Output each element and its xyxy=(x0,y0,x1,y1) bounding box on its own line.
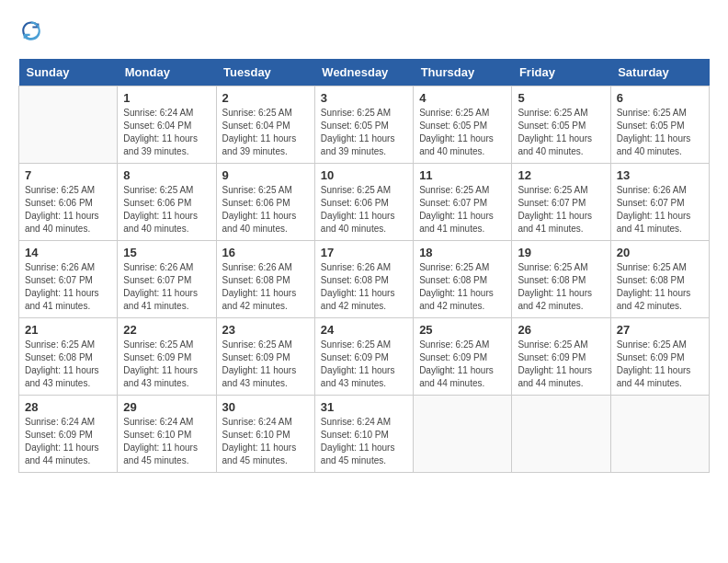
calendar-cell: 13Sunrise: 6:26 AM Sunset: 6:07 PM Dayli… xyxy=(610,164,709,241)
day-number: 14 xyxy=(25,246,111,259)
day-number: 23 xyxy=(222,323,309,337)
calendar-cell: 29Sunrise: 6:24 AM Sunset: 6:10 PM Dayli… xyxy=(118,396,216,473)
weekday-header-row: SundayMondayTuesdayWednesdayThursdayFrid… xyxy=(19,59,710,86)
calendar-cell: 8Sunrise: 6:25 AM Sunset: 6:06 PM Daylig… xyxy=(118,164,216,241)
day-number: 20 xyxy=(617,246,703,259)
day-info: Sunrise: 6:25 AM Sunset: 6:08 PM Dayligh… xyxy=(419,261,506,313)
day-info: Sunrise: 6:24 AM Sunset: 6:09 PM Dayligh… xyxy=(25,416,111,467)
calendar-cell: 30Sunrise: 6:24 AM Sunset: 6:10 PM Dayli… xyxy=(216,396,314,473)
calendar-cell: 26Sunrise: 6:25 AM Sunset: 6:09 PM Dayli… xyxy=(512,318,610,396)
day-info: Sunrise: 6:25 AM Sunset: 6:09 PM Dayligh… xyxy=(123,339,210,390)
day-number: 8 xyxy=(123,168,210,182)
calendar-cell: 15Sunrise: 6:26 AM Sunset: 6:07 PM Dayli… xyxy=(118,241,216,318)
day-number: 26 xyxy=(518,323,604,337)
day-number: 13 xyxy=(617,168,703,182)
day-number: 31 xyxy=(321,400,407,414)
day-number: 16 xyxy=(222,246,309,259)
calendar-table: SundayMondayTuesdayWednesdayThursdayFrid… xyxy=(18,59,710,473)
day-number: 3 xyxy=(321,91,407,105)
day-info: Sunrise: 6:25 AM Sunset: 6:04 PM Dayligh… xyxy=(222,107,309,158)
day-info: Sunrise: 6:26 AM Sunset: 6:08 PM Dayligh… xyxy=(222,261,309,313)
day-number: 25 xyxy=(419,323,506,337)
day-info: Sunrise: 6:24 AM Sunset: 6:04 PM Dayligh… xyxy=(123,107,210,158)
day-number: 17 xyxy=(321,246,407,259)
day-number: 19 xyxy=(518,246,604,259)
day-info: Sunrise: 6:24 AM Sunset: 6:10 PM Dayligh… xyxy=(123,416,210,467)
day-number: 21 xyxy=(25,323,111,337)
calendar-cell xyxy=(414,396,512,473)
calendar-cell xyxy=(610,396,709,473)
weekday-header-saturday: Saturday xyxy=(610,59,709,86)
calendar-week-row: 28Sunrise: 6:24 AM Sunset: 6:09 PM Dayli… xyxy=(19,396,710,473)
calendar-cell: 7Sunrise: 6:25 AM Sunset: 6:06 PM Daylig… xyxy=(19,164,118,241)
day-info: Sunrise: 6:25 AM Sunset: 6:06 PM Dayligh… xyxy=(123,184,210,236)
weekday-header-sunday: Sunday xyxy=(19,59,118,86)
calendar-cell: 3Sunrise: 6:25 AM Sunset: 6:05 PM Daylig… xyxy=(314,86,413,164)
day-info: Sunrise: 6:25 AM Sunset: 6:07 PM Dayligh… xyxy=(419,184,506,236)
day-info: Sunrise: 6:25 AM Sunset: 6:08 PM Dayligh… xyxy=(617,261,703,313)
calendar-cell xyxy=(512,396,610,473)
logo xyxy=(18,18,48,44)
day-number: 15 xyxy=(123,246,210,259)
calendar-cell: 14Sunrise: 6:26 AM Sunset: 6:07 PM Dayli… xyxy=(19,241,118,318)
day-number: 18 xyxy=(419,246,506,259)
header xyxy=(18,18,710,44)
day-info: Sunrise: 6:25 AM Sunset: 6:05 PM Dayligh… xyxy=(419,107,506,158)
calendar-cell: 9Sunrise: 6:25 AM Sunset: 6:06 PM Daylig… xyxy=(216,164,314,241)
day-info: Sunrise: 6:25 AM Sunset: 6:05 PM Dayligh… xyxy=(617,107,703,158)
day-number: 12 xyxy=(518,168,604,182)
day-number: 27 xyxy=(617,323,703,337)
day-number: 2 xyxy=(222,91,309,105)
calendar-week-row: 7Sunrise: 6:25 AM Sunset: 6:06 PM Daylig… xyxy=(19,164,710,241)
calendar-cell: 31Sunrise: 6:24 AM Sunset: 6:10 PM Dayli… xyxy=(314,396,413,473)
calendar-cell: 12Sunrise: 6:25 AM Sunset: 6:07 PM Dayli… xyxy=(512,164,610,241)
day-number: 6 xyxy=(617,91,703,105)
calendar-cell: 22Sunrise: 6:25 AM Sunset: 6:09 PM Dayli… xyxy=(118,318,216,396)
day-info: Sunrise: 6:25 AM Sunset: 6:07 PM Dayligh… xyxy=(518,184,604,236)
calendar-week-row: 21Sunrise: 6:25 AM Sunset: 6:08 PM Dayli… xyxy=(19,318,710,396)
weekday-header-wednesday: Wednesday xyxy=(314,59,413,86)
calendar-cell: 6Sunrise: 6:25 AM Sunset: 6:05 PM Daylig… xyxy=(610,86,709,164)
calendar-cell xyxy=(19,86,118,164)
calendar-cell: 19Sunrise: 6:25 AM Sunset: 6:08 PM Dayli… xyxy=(512,241,610,318)
calendar-cell: 4Sunrise: 6:25 AM Sunset: 6:05 PM Daylig… xyxy=(414,86,512,164)
day-info: Sunrise: 6:25 AM Sunset: 6:08 PM Dayligh… xyxy=(518,261,604,313)
day-number: 10 xyxy=(321,168,407,182)
day-info: Sunrise: 6:25 AM Sunset: 6:05 PM Dayligh… xyxy=(518,107,604,158)
day-number: 28 xyxy=(25,400,111,414)
weekday-header-thursday: Thursday xyxy=(414,59,512,86)
day-info: Sunrise: 6:25 AM Sunset: 6:06 PM Dayligh… xyxy=(222,184,309,236)
day-number: 22 xyxy=(123,323,210,337)
day-number: 5 xyxy=(518,91,604,105)
day-number: 9 xyxy=(222,168,309,182)
calendar-cell: 25Sunrise: 6:25 AM Sunset: 6:09 PM Dayli… xyxy=(414,318,512,396)
calendar-week-row: 1Sunrise: 6:24 AM Sunset: 6:04 PM Daylig… xyxy=(19,86,710,164)
calendar-cell: 5Sunrise: 6:25 AM Sunset: 6:05 PM Daylig… xyxy=(512,86,610,164)
day-info: Sunrise: 6:25 AM Sunset: 6:09 PM Dayligh… xyxy=(321,339,407,390)
day-info: Sunrise: 6:25 AM Sunset: 6:06 PM Dayligh… xyxy=(321,184,407,236)
calendar-cell: 16Sunrise: 6:26 AM Sunset: 6:08 PM Dayli… xyxy=(216,241,314,318)
calendar-cell: 18Sunrise: 6:25 AM Sunset: 6:08 PM Dayli… xyxy=(414,241,512,318)
day-number: 11 xyxy=(419,168,506,182)
calendar-cell: 24Sunrise: 6:25 AM Sunset: 6:09 PM Dayli… xyxy=(314,318,413,396)
day-info: Sunrise: 6:26 AM Sunset: 6:07 PM Dayligh… xyxy=(25,261,111,313)
day-info: Sunrise: 6:25 AM Sunset: 6:06 PM Dayligh… xyxy=(25,184,111,236)
calendar-cell: 1Sunrise: 6:24 AM Sunset: 6:04 PM Daylig… xyxy=(118,86,216,164)
day-info: Sunrise: 6:24 AM Sunset: 6:10 PM Dayligh… xyxy=(222,416,309,467)
calendar-cell: 21Sunrise: 6:25 AM Sunset: 6:08 PM Dayli… xyxy=(19,318,118,396)
day-number: 7 xyxy=(25,168,111,182)
calendar-cell: 2Sunrise: 6:25 AM Sunset: 6:04 PM Daylig… xyxy=(216,86,314,164)
day-info: Sunrise: 6:25 AM Sunset: 6:09 PM Dayligh… xyxy=(617,339,703,390)
day-info: Sunrise: 6:25 AM Sunset: 6:09 PM Dayligh… xyxy=(419,339,506,390)
day-number: 4 xyxy=(419,91,506,105)
day-info: Sunrise: 6:25 AM Sunset: 6:08 PM Dayligh… xyxy=(25,339,111,390)
calendar-cell: 17Sunrise: 6:26 AM Sunset: 6:08 PM Dayli… xyxy=(314,241,413,318)
calendar-cell: 23Sunrise: 6:25 AM Sunset: 6:09 PM Dayli… xyxy=(216,318,314,396)
calendar-cell: 27Sunrise: 6:25 AM Sunset: 6:09 PM Dayli… xyxy=(610,318,709,396)
day-number: 29 xyxy=(123,400,210,414)
weekday-header-tuesday: Tuesday xyxy=(216,59,314,86)
day-info: Sunrise: 6:25 AM Sunset: 6:09 PM Dayligh… xyxy=(518,339,604,390)
day-info: Sunrise: 6:26 AM Sunset: 6:08 PM Dayligh… xyxy=(321,261,407,313)
day-number: 30 xyxy=(222,400,309,414)
day-info: Sunrise: 6:25 AM Sunset: 6:09 PM Dayligh… xyxy=(222,339,309,390)
